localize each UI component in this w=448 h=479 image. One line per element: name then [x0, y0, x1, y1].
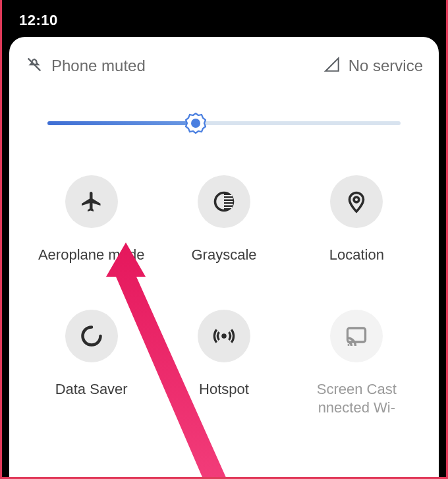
- brightness-thumb-icon: [185, 113, 206, 134]
- tile-grayscale[interactable]: Grayscale: [157, 175, 290, 264]
- brightness-slider[interactable]: [47, 113, 401, 133]
- data-saver-icon: [65, 310, 118, 362]
- tile-label: Hotspot: [199, 381, 249, 398]
- brightness-track-filled: [47, 121, 196, 125]
- tile-label: Data Saver: [55, 381, 128, 398]
- tile-data-saver[interactable]: Data Saver: [25, 310, 157, 416]
- muted-icon: [25, 55, 43, 76]
- tile-sublabel: nnected Wi-: [318, 399, 395, 416]
- svg-rect-10: [348, 328, 366, 342]
- contrast-icon: [198, 175, 250, 228]
- svg-point-1: [191, 119, 200, 128]
- tile-location[interactable]: Location: [291, 175, 423, 264]
- clock: 12:10: [19, 12, 58, 28]
- sound-status-label: Phone muted: [51, 57, 146, 75]
- svg-point-9: [221, 333, 227, 339]
- tile-screen-cast[interactable]: Screen Cast nnected Wi-: [291, 310, 423, 416]
- tile-label: Location: [329, 246, 384, 264]
- network-status[interactable]: No service: [323, 56, 423, 76]
- cast-icon: [330, 310, 383, 362]
- status-bar: 12:10: [2, 0, 446, 38]
- sound-status[interactable]: Phone muted: [25, 55, 146, 76]
- location-pin-icon: [330, 175, 383, 228]
- airplane-icon: [65, 175, 118, 228]
- tile-aeroplane-mode[interactable]: Aeroplane mode: [25, 175, 157, 264]
- svg-point-11: [348, 344, 350, 346]
- brightness-track-empty: [196, 121, 401, 125]
- signal-icon: [323, 56, 341, 76]
- network-status-label: No service: [349, 57, 423, 75]
- device-frame: 12:10 Phone muted No service: [0, 0, 448, 479]
- tile-hotspot[interactable]: Hotspot: [157, 310, 290, 416]
- tile-label: Grayscale: [191, 246, 256, 264]
- tile-label: Aeroplane mode: [38, 246, 144, 264]
- quick-tiles-grid: Aeroplane mode Grayscale Location Data S…: [25, 175, 423, 416]
- panel-status-row: Phone muted No service: [25, 55, 423, 76]
- quick-settings-panel: Phone muted No service: [9, 37, 439, 477]
- hotspot-icon: [198, 310, 250, 362]
- svg-point-8: [354, 197, 359, 202]
- tile-label: Screen Cast: [317, 381, 397, 398]
